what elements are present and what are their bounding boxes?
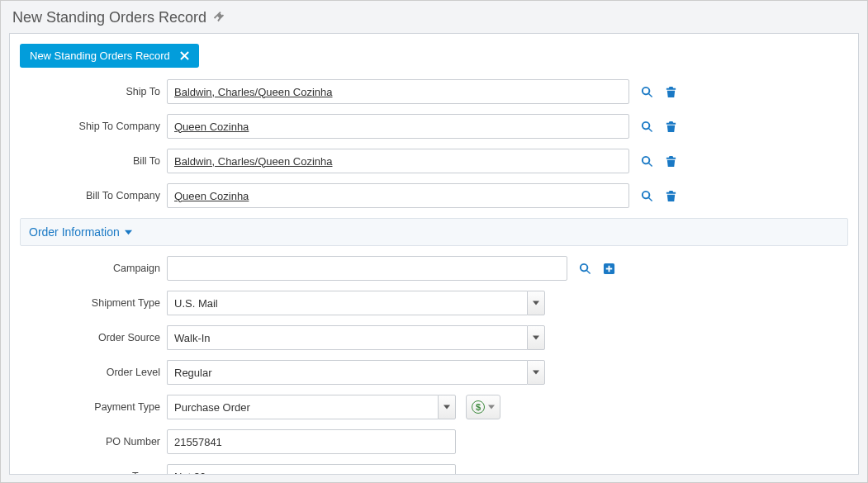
dropdown-icon[interactable] [438, 395, 456, 419]
trash-icon[interactable] [665, 86, 677, 98]
dropdown-icon[interactable] [527, 360, 545, 385]
ship-to-input[interactable] [167, 79, 629, 104]
order-level-select[interactable] [167, 360, 527, 385]
payment-type-label: Payment Type [20, 401, 167, 413]
search-icon[interactable] [641, 121, 653, 133]
shipment-type-label: Shipment Type [20, 297, 167, 309]
campaign-input[interactable] [167, 256, 567, 281]
record-tab[interactable]: New Standing Orders Record [20, 44, 199, 68]
search-icon[interactable] [641, 155, 653, 168]
close-icon[interactable] [180, 51, 189, 60]
shipment-type-select[interactable] [167, 291, 527, 315]
po-number-input[interactable] [167, 429, 456, 454]
plus-icon[interactable] [603, 263, 615, 275]
section-title: Order Information [29, 225, 120, 239]
payment-type-select[interactable] [167, 395, 438, 419]
trash-icon[interactable] [665, 190, 677, 202]
po-number-label: PO Number [20, 436, 167, 447]
page-header: New Standing Orders Record [1, 1, 867, 33]
terms-label: Terms [20, 471, 167, 475]
bill-to-input[interactable] [167, 149, 629, 173]
trash-icon[interactable] [665, 121, 677, 133]
campaign-label: Campaign [20, 263, 167, 274]
order-level-label: Order Level [20, 367, 167, 378]
svg-rect-2 [606, 268, 613, 269]
ship-to-label: Ship To [20, 86, 167, 97]
bill-to-company-input[interactable] [167, 183, 629, 208]
page-title: New Standing Orders Record [12, 9, 206, 26]
pin-icon[interactable] [213, 11, 225, 25]
search-icon[interactable] [579, 263, 591, 275]
form-panel: New Standing Orders Record Ship To Ship … [9, 33, 859, 475]
ship-to-company-input[interactable] [167, 114, 629, 139]
section-order-information[interactable]: Order Information [20, 218, 848, 246]
chevron-down-icon [488, 404, 495, 410]
bill-to-label: Bill To [20, 155, 167, 167]
search-icon[interactable] [641, 190, 653, 202]
record-tab-label: New Standing Orders Record [30, 50, 170, 62]
dollar-icon: $ [472, 400, 485, 414]
dropdown-icon[interactable] [527, 325, 545, 350]
order-source-label: Order Source [20, 332, 167, 343]
ship-to-company-label: Ship To Company [20, 121, 167, 132]
dropdown-icon[interactable] [527, 291, 545, 315]
trash-icon[interactable] [665, 155, 677, 168]
order-source-select[interactable] [167, 325, 527, 350]
terms-input[interactable] [167, 464, 456, 475]
search-icon[interactable] [641, 86, 653, 98]
chevron-down-icon [125, 229, 132, 236]
payment-action-button[interactable]: $ [466, 395, 500, 419]
bill-to-company-label: Bill To Company [20, 190, 167, 201]
